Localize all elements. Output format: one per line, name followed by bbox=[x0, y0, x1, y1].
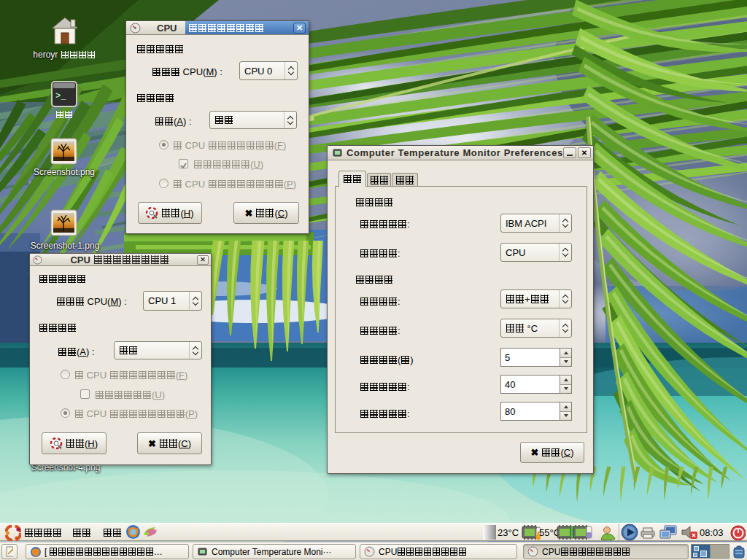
svg-text:>_: >_ bbox=[55, 91, 66, 101]
